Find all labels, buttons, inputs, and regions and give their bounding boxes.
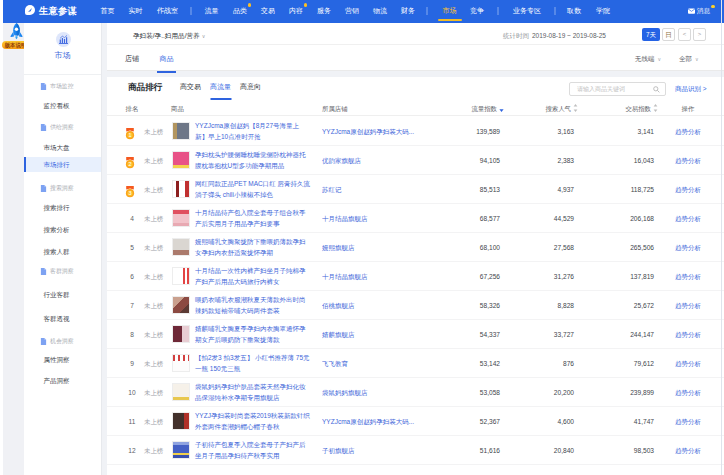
svg-text:2: 2	[128, 161, 131, 167]
svg-text:1: 1	[128, 132, 131, 138]
svg-text:3: 3	[128, 190, 131, 196]
